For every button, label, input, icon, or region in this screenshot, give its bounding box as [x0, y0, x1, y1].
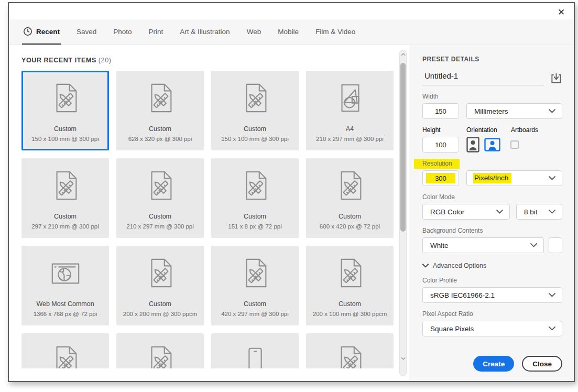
tab-print[interactable]: Print: [148, 19, 165, 45]
resolution-input[interactable]: [422, 170, 459, 186]
tab-recent[interactable]: Recent: [22, 19, 61, 45]
tab-label: Saved: [77, 28, 96, 36]
preset-card[interactable]: Custom 297 x 210 mm @ 300 ppi: [21, 158, 109, 238]
width-input[interactable]: [422, 103, 459, 119]
pixel-aspect-ratio-dropdown[interactable]: Square Pixels: [422, 321, 562, 336]
custom-document-icon: [144, 344, 177, 368]
preset-card[interactable]: Custom 150 x 100 mm @ 300 ppi: [211, 71, 299, 150]
recent-items-heading-text: YOUR RECENT ITEMS: [21, 57, 96, 64]
card-title: A4: [346, 125, 354, 133]
orientation-label: Orientation: [466, 126, 511, 134]
card-subtitle: 151 x 8 px @ 72 ppi: [228, 223, 281, 230]
create-button[interactable]: Create: [473, 356, 514, 372]
color-mode-dropdown[interactable]: RGB Color: [422, 204, 510, 220]
dialog-titlebar: ✕: [9, 3, 574, 19]
preset-card[interactable]: Custom 600 x 420 px @ 72 ppi: [306, 158, 394, 238]
preset-card[interactable]: [211, 333, 299, 368]
advanced-options-label: Advanced Options: [433, 262, 486, 269]
scroll-up-icon[interactable]: [400, 53, 406, 56]
color-profile-dropdown[interactable]: sRGB IEC61966-2.1: [422, 287, 562, 303]
custom-document-icon: [144, 81, 177, 115]
advanced-options-toggle[interactable]: Advanced Options: [422, 262, 562, 269]
custom-document-icon: [239, 81, 271, 115]
pixel-aspect-ratio-value: Square Pixels: [430, 325, 474, 333]
custom-document-icon: [334, 344, 366, 368]
new-document-dialog: ✕ Recent Saved Photo Print Art & Illustr…: [8, 2, 575, 382]
print-shapes-icon: [334, 81, 366, 115]
custom-document-icon: [144, 169, 177, 202]
card-subtitle: 297 x 210 mm @ 300 ppi: [31, 223, 99, 230]
vertical-scrollbar[interactable]: [399, 50, 407, 376]
width-unit-value: Millimeters: [474, 107, 508, 115]
background-contents-value: White: [430, 242, 449, 249]
document-name-field[interactable]: [422, 71, 544, 85]
tab-label: Mobile: [278, 28, 299, 36]
clock-icon: [23, 27, 32, 36]
save-preset-icon[interactable]: [550, 72, 562, 84]
card-title: Custom: [54, 213, 77, 220]
custom-document-icon: [49, 81, 82, 115]
tab-label: Recent: [36, 28, 60, 36]
preset-card[interactable]: Custom 210 x 297 mm @ 300 ppi: [116, 158, 204, 238]
tab-web[interactable]: Web: [246, 19, 263, 45]
color-mode-value: RGB Color: [430, 208, 464, 216]
preset-card-grid: Custom 150 x 100 mm @ 300 ppi Custom 628…: [21, 71, 399, 368]
card-title: Custom: [244, 213, 266, 220]
preset-card[interactable]: Custom 420 x 297 mm @ 300 ppi: [211, 246, 299, 325]
preset-card[interactable]: [21, 333, 109, 368]
color-mode-label: Color Mode: [422, 193, 562, 201]
scroll-down-icon[interactable]: [400, 357, 406, 360]
preset-card[interactable]: Custom 200 x 200 mm @ 300 ppcm: [116, 246, 204, 325]
tab-label: Web: [247, 28, 261, 36]
tab-label: Print: [149, 28, 163, 36]
preset-card[interactable]: [306, 333, 394, 368]
close-button[interactable]: Close: [522, 356, 562, 372]
bit-depth-dropdown[interactable]: 8 bit: [516, 204, 562, 220]
preset-card[interactable]: Custom 628 x 320 px @ 300 ppi: [116, 71, 204, 150]
custom-document-icon: [239, 256, 271, 290]
custom-document-icon: [239, 169, 271, 202]
card-subtitle: 150 x 100 mm @ 300 ppi: [31, 136, 99, 142]
artboards-checkbox[interactable]: [510, 140, 519, 149]
height-input[interactable]: [422, 137, 459, 153]
preset-card[interactable]: Custom 151 x 8 px @ 72 ppi: [211, 158, 299, 238]
background-contents-label: Background Contents: [422, 227, 562, 234]
height-label: Height: [422, 126, 466, 134]
card-subtitle: 150 x 100 mm @ 300 ppi: [221, 136, 289, 142]
background-contents-dropdown[interactable]: White: [422, 237, 544, 253]
card-title: Custom: [244, 300, 266, 308]
tab-saved[interactable]: Saved: [75, 19, 97, 45]
custom-document-icon: [334, 256, 366, 290]
resolution-unit-dropdown[interactable]: Pixels/Inch: [466, 170, 562, 186]
card-subtitle: 628 x 320 px @ 300 ppi: [128, 136, 192, 142]
orientation-landscape-icon[interactable]: [484, 137, 500, 153]
custom-document-icon: [334, 169, 366, 202]
preset-card[interactable]: Custom 150 x 100 mm @ 300 ppi: [21, 71, 109, 150]
mobile-phone-icon: [239, 344, 271, 368]
preset-card[interactable]: Custom 200 x 100 mm @ 300 ppcm: [306, 246, 394, 325]
card-title: Custom: [54, 125, 77, 133]
preset-card[interactable]: A4 210 x 297 mm @ 300 ppi: [306, 71, 394, 150]
tab-art-illustration[interactable]: Art & Illustration: [179, 19, 231, 45]
card-subtitle: 420 x 297 mm @ 300 ppi: [221, 311, 289, 317]
card-title: Custom: [149, 300, 171, 308]
preset-card[interactable]: Web Most Common 1366 x 768 px @ 72 ppi: [21, 246, 109, 325]
width-unit-dropdown[interactable]: Millimeters: [466, 103, 562, 119]
tab-mobile[interactable]: Mobile: [277, 19, 300, 45]
card-subtitle: 200 x 200 mm @ 300 ppcm: [123, 311, 197, 317]
custom-document-icon: [49, 344, 82, 368]
chevron-down-icon: [422, 264, 429, 268]
preset-card[interactable]: [116, 333, 204, 368]
recent-items-count: (20): [99, 57, 112, 64]
scrollbar-thumb[interactable]: [400, 63, 406, 232]
orientation-portrait-icon[interactable]: [466, 137, 479, 153]
category-tabbar: Recent Saved Photo Print Art & Illustrat…: [9, 19, 574, 45]
card-subtitle: 210 x 297 mm @ 300 ppi: [316, 136, 384, 142]
tab-photo[interactable]: Photo: [112, 19, 133, 45]
tab-film-video[interactable]: Film & Video: [314, 19, 356, 45]
tab-label: Art & Illustration: [180, 28, 230, 36]
card-title: Custom: [339, 213, 361, 220]
scrollbar-column: [399, 45, 409, 381]
background-color-swatch[interactable]: [549, 237, 562, 253]
close-icon[interactable]: ✕: [555, 6, 567, 18]
